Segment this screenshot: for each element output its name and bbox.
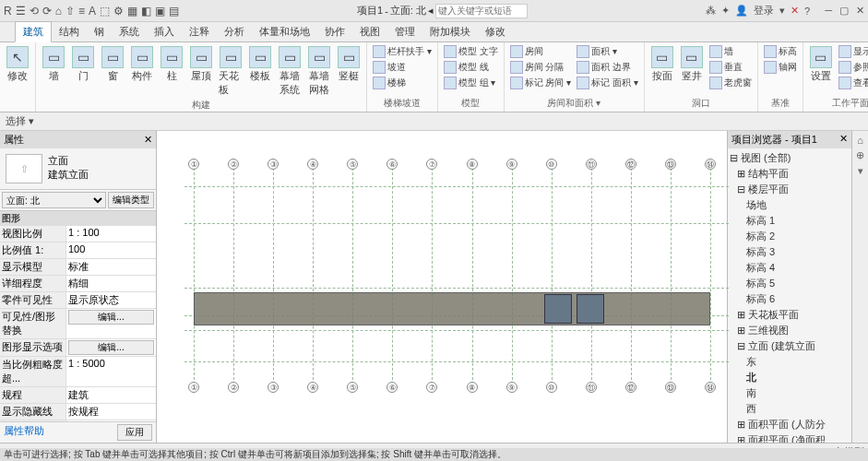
nav-icon[interactable]: ▾ <box>858 165 863 177</box>
tab-钢[interactable]: 钢 <box>87 22 112 41</box>
tree-node[interactable]: 标高 2 <box>730 229 850 244</box>
qat-icon[interactable]: ⌂ <box>55 5 62 18</box>
ribbon-small-btn[interactable]: 房间 <box>508 44 574 59</box>
tree-node[interactable]: 标高 3 <box>730 244 850 260</box>
grid-bubble[interactable]: ⑭ <box>705 159 716 170</box>
ribbon-btn[interactable]: ▭设置 <box>807 44 835 85</box>
grid-bubble[interactable]: ⑫ <box>625 159 636 170</box>
ribbon-small-btn[interactable]: 栏杆扶手 ▾ <box>371 44 434 59</box>
ribbon-small-btn[interactable]: 标记 面积 ▾ <box>575 76 640 90</box>
qat-icon[interactable]: R <box>4 5 12 18</box>
tree-node[interactable]: 场地 <box>730 197 850 213</box>
grid-bubble[interactable]: ⑪ <box>586 382 597 393</box>
ribbon-btn[interactable]: ▭幕墙网格 <box>305 44 333 99</box>
x-icon[interactable]: ✕ <box>791 5 799 17</box>
tree-node[interactable]: ⊞ 结构平面 <box>730 166 850 182</box>
qat-icon[interactable]: ▣ <box>155 5 165 18</box>
tab-视图[interactable]: 视图 <box>352 22 387 41</box>
prop-row[interactable]: 显示隐藏线按规程 <box>0 404 156 420</box>
grid-bubble[interactable]: ⑧ <box>467 382 478 393</box>
grid-bubble[interactable]: ⑤ <box>347 159 358 170</box>
grid-bubble[interactable]: ① <box>188 159 199 170</box>
prop-row[interactable]: 可见性/图形替换编辑... <box>0 309 156 339</box>
tree-node[interactable]: 标高 5 <box>730 276 850 291</box>
ribbon-btn[interactable]: ▭楼板 <box>246 44 274 85</box>
tab-注释[interactable]: 注释 <box>182 22 217 41</box>
grid-bubble[interactable]: ⑭ <box>705 382 716 393</box>
ribbon-btn[interactable]: ▭屋顶 <box>187 44 215 85</box>
star-icon[interactable]: ⁂ <box>706 5 716 17</box>
grid-bubble[interactable]: ③ <box>268 382 279 393</box>
ribbon-small-btn[interactable]: 模型 线 <box>442 60 500 75</box>
grid-bubble[interactable]: ⑨ <box>506 382 517 393</box>
tab-分析[interactable]: 分析 <box>217 22 252 41</box>
grid-bubble[interactable]: ⑧ <box>467 159 478 170</box>
grid-bubble[interactable]: ⑪ <box>586 159 597 170</box>
ribbon-small-btn[interactable]: 标记 房间 ▾ <box>508 76 574 90</box>
tab-file[interactable] <box>0 36 15 41</box>
ribbon-small-btn[interactable]: 楼梯 <box>371 76 434 90</box>
ribbon-btn[interactable]: ▭按面 <box>648 44 676 85</box>
qat-icon[interactable]: A <box>89 5 96 18</box>
grid-bubble[interactable]: ③ <box>268 159 279 170</box>
qat-icon[interactable]: ⬚ <box>100 5 110 18</box>
tree-node[interactable]: ⊞ 三维视图 <box>730 323 850 338</box>
qat-icon[interactable]: ≡ <box>78 5 85 18</box>
tab-管理[interactable]: 管理 <box>387 22 422 41</box>
tree-node[interactable]: ⊟ 视图 (全部) <box>730 150 850 166</box>
tab-修改[interactable]: 修改 <box>478 22 513 41</box>
nav-icon[interactable]: ⊕ <box>856 149 864 161</box>
grid-bubble[interactable]: ④ <box>307 159 318 170</box>
ribbon-small-btn[interactable]: 坡道 <box>371 60 434 75</box>
grid-bubble[interactable]: ⑤ <box>347 382 358 393</box>
grid-bubble[interactable]: ⑬ <box>665 159 676 170</box>
tree-node[interactable]: 西 <box>730 401 850 417</box>
nav-icon[interactable]: ⌂ <box>857 135 863 146</box>
search-input[interactable] <box>435 4 528 18</box>
qat-icon[interactable]: ☰ <box>16 5 26 18</box>
building-elevation[interactable] <box>194 292 710 325</box>
ribbon-small-btn[interactable]: 房间 分隔 <box>508 60 574 75</box>
ribbon-small-btn[interactable]: 墙 <box>707 44 754 59</box>
qat-icon[interactable]: ⚙ <box>113 5 124 18</box>
grid-bubble[interactable]: ⑦ <box>426 382 437 393</box>
prop-row[interactable]: 比例值 1:100 <box>0 242 156 259</box>
qat[interactable]: R ☰ ⟲ ⟳ ⌂ ⇧ ≡ A ⬚ ⚙ ▦ ◧ ▣ ▤ <box>4 5 179 18</box>
prop-row[interactable]: 详细程度精细 <box>0 276 156 292</box>
ribbon-btn[interactable]: ▭墙 <box>40 44 67 85</box>
drawing-canvas[interactable]: ①①②②③③④④⑤⑤⑥⑥⑦⑦⑧⑧⑨⑨⑩⑩⑪⑪⑫⑫⑬⑬⑭⑭ <box>157 131 727 443</box>
instance-select[interactable]: 立面: 北 <box>2 192 106 208</box>
ribbon-small-btn[interactable]: 查看器 <box>837 76 868 90</box>
ribbon-btn[interactable]: ▭柱 <box>158 44 185 85</box>
ribbon-btn[interactable]: ↖修改 <box>4 44 31 85</box>
tree-node[interactable]: 北 <box>730 370 850 385</box>
grid-bubble[interactable]: ① <box>188 382 199 393</box>
tab-建筑[interactable]: 建筑 <box>15 21 52 42</box>
close-icon[interactable]: ✕ <box>839 133 848 147</box>
ribbon-btn[interactable]: ▭竖梃 <box>335 44 363 85</box>
edit-type-button[interactable]: 编辑类型 <box>108 192 154 208</box>
help-icon[interactable]: ? <box>804 6 810 17</box>
close-icon[interactable]: ✕ <box>144 134 152 146</box>
ribbon-small-btn[interactable]: 轴网 <box>762 60 799 75</box>
tab-系统[interactable]: 系统 <box>112 22 147 41</box>
prop-row[interactable]: 规程建筑 <box>0 387 156 404</box>
grid-bubble[interactable]: ⑩ <box>546 382 557 393</box>
grid-bubble[interactable]: ② <box>228 159 239 170</box>
tree-node[interactable]: ⊟ 立面 (建筑立面 <box>730 338 850 354</box>
tab-附加模块[interactable]: 附加模块 <box>422 22 478 41</box>
tab-体量和场地[interactable]: 体量和场地 <box>252 22 317 41</box>
tree-node[interactable]: 标高 1 <box>730 213 850 229</box>
apply-button[interactable]: 应用 <box>117 424 152 441</box>
prop-row[interactable]: 图形显示选项编辑... <box>0 339 156 357</box>
title-nav-icon[interactable]: ◂ <box>428 5 434 17</box>
ribbon-small-btn[interactable]: 显示 <box>837 44 868 59</box>
ribbon-small-btn[interactable]: 模型 组 ▾ <box>442 76 500 90</box>
grid-bubble[interactable]: ⑥ <box>386 382 398 393</box>
ribbon-small-btn[interactable]: 垂直 <box>707 60 754 75</box>
tree-node[interactable]: ⊞ 面积平面 (人防分 <box>730 417 850 432</box>
select-menu[interactable]: 选择 ▾ <box>6 114 34 128</box>
tree-node[interactable]: ⊞ 面积平面 (净面积 <box>730 432 850 443</box>
ribbon-small-btn[interactable]: 老虎窗 <box>707 76 754 90</box>
tree-node[interactable]: 南 <box>730 385 850 401</box>
